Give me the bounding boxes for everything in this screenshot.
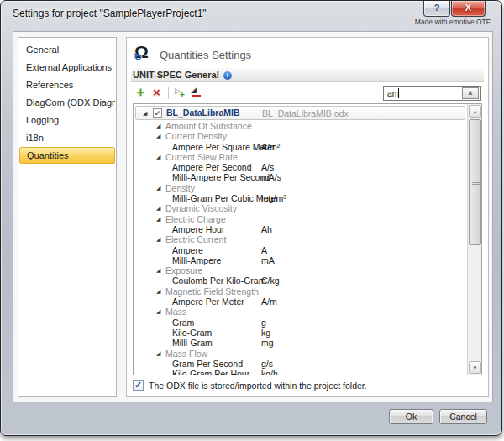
expander-icon[interactable]: ◢ [156, 350, 160, 357]
root-name: BL_DataLibraMIB [166, 108, 240, 118]
tree-unit-row[interactable]: Gram Per Secondg/s [134, 359, 467, 369]
category-label: Amount Of Substance [165, 121, 252, 131]
tree-unit-row[interactable]: Milli-AmperemA [134, 255, 467, 265]
category-label: Electric Charge [165, 214, 226, 224]
unit-symbol: mA [261, 255, 275, 265]
remove-unit-icon[interactable]: ◢ [188, 86, 204, 101]
window-title: Settings for project "SamplePlayerProjec… [13, 8, 207, 19]
tree-category-row[interactable]: ◢Magnetic Field Strength [134, 286, 467, 297]
sidebar-item-external-applications[interactable]: External Applications [19, 59, 115, 76]
tree-category-row[interactable]: ◢Mass Flow [134, 349, 467, 359]
unit-symbol: g [261, 318, 266, 328]
expander-icon[interactable]: ◢ [156, 123, 160, 129]
category-label: Mass [165, 307, 186, 317]
tree-unit-row[interactable]: Milli-Gram Per Cubic Metermg/m³ [134, 193, 467, 203]
unit-name: Ampere Per Square Meter [172, 142, 276, 152]
unit-tree-rows: ◢Amount Of Substance◢Current DensityAmpe… [134, 121, 467, 375]
unit-name: Ampere Hour [172, 224, 224, 234]
text-caret [398, 88, 399, 98]
mini-minus-icon [192, 95, 201, 97]
add-unit-icon[interactable]: ▷ + [172, 86, 188, 101]
info-icon[interactable]: i [223, 71, 232, 80]
sidebar-item-quantities[interactable]: Quantities [19, 147, 115, 164]
clear-search-button[interactable]: × [462, 87, 479, 99]
expander-icon[interactable]: ◢ [156, 133, 160, 139]
unit-symbol: A/s [261, 162, 274, 172]
root-file-name: BL_DataLibraMIB.odx [262, 108, 349, 118]
cancel-button[interactable]: Cancel [439, 409, 487, 424]
expander-icon[interactable]: ◢ [156, 185, 160, 192]
sidebar-item-logging[interactable]: Logging [19, 112, 115, 129]
tree-category-row[interactable]: ◢Density [134, 183, 467, 193]
unit-name: Kilo-Gram Per Hour [172, 369, 249, 375]
scroll-down-icon[interactable]: ▼ [469, 361, 481, 374]
tree-unit-row[interactable]: Kilo-Gram Per Hourkg/h [134, 369, 467, 375]
tree-category-row[interactable]: ◢Electric Current [134, 234, 467, 244]
tree-unit-row[interactable]: Gramg [134, 318, 467, 328]
expander-icon[interactable]: ◢ [156, 288, 160, 295]
tree-unit-row[interactable]: Kilo-Gramkg [134, 328, 467, 338]
sidebar-item-general[interactable]: General [19, 41, 115, 59]
search-input[interactable]: am × [383, 86, 481, 101]
expander-icon[interactable]: ◢ [156, 216, 160, 223]
delete-quantity-icon[interactable]: × [149, 86, 165, 101]
settings-dialog: Settings for project "SamplePlayerProjec… [0, 0, 502, 436]
expander-icon[interactable]: ◢ [156, 267, 160, 274]
unit-spec-section-bar: UNIT-SPEC Generali [131, 68, 484, 82]
unit-symbol: kg/h [261, 369, 278, 375]
tree-category-row[interactable]: ◢Electric Charge [134, 214, 467, 224]
tree-category-row[interactable]: ◢Mass [134, 307, 467, 317]
scroll-up-icon[interactable]: ▲ [469, 105, 481, 118]
mini-plus-icon: + [180, 90, 185, 99]
close-button[interactable]: X [451, 1, 486, 17]
expander-icon[interactable]: ◢ [143, 110, 147, 117]
root-checkbox[interactable]: ✓ [153, 108, 162, 118]
category-label: Current Density [165, 131, 227, 141]
sidebar-item-diagcom-odx-diagnostic-data[interactable]: DiagCom (ODX Diagnostic Data) [19, 94, 115, 112]
category-label: Dynamic Viscosity [165, 203, 237, 213]
help-button[interactable]: ? [423, 1, 450, 17]
toolbar-separator [168, 87, 169, 99]
tree-unit-row[interactable]: Ampere HourAh [134, 224, 467, 234]
tree-unit-row[interactable]: Coulomb Per Kilo-GramC/kg [134, 276, 467, 286]
tree-category-row[interactable]: ◢Current Density [134, 131, 467, 141]
ok-button[interactable]: Ok [389, 409, 433, 424]
unit-name: Kilo-Gram [172, 328, 212, 338]
tree-unit-row[interactable]: Milli-Ampere Per SecondmA/s [134, 172, 467, 182]
unit-name: Ampere Per Second [172, 162, 252, 172]
tree-category-row[interactable]: ◢Current Slew Rate [134, 152, 467, 162]
scrollbar-thumb[interactable] [469, 119, 481, 245]
tree-unit-row[interactable]: Ampere Per SecondA/s [134, 162, 467, 172]
tree-unit-row[interactable]: Milli-Grammg [134, 338, 467, 348]
tree-unit-row[interactable]: Ampere Per MeterA/m [134, 297, 467, 307]
unit-name: Ampere Per Meter [172, 297, 244, 307]
expander-icon[interactable]: ◢ [156, 236, 160, 243]
tree-unit-row[interactable]: Ampere Per Square MeterA/m² [134, 142, 467, 152]
section-label: UNIT-SPEC General [133, 70, 219, 80]
expander-icon[interactable]: ◢ [156, 308, 160, 315]
add-quantity-icon[interactable]: + [133, 86, 149, 101]
unit-name: Ampere [172, 245, 203, 255]
vertical-scrollbar[interactable]: ▲ ▼ [467, 104, 481, 375]
emotive-otf-badge: Made with emotive OTF [415, 18, 491, 26]
category-label: Mass Flow [165, 349, 207, 359]
sidebar-item-references[interactable]: References [19, 76, 115, 94]
unit-name: Milli-Ampere Per Second [172, 172, 270, 182]
triangle-solid-icon: ◢ [191, 86, 197, 94]
unit-symbol: mg [261, 338, 274, 348]
expander-icon[interactable]: ◢ [156, 154, 160, 160]
odx-stored-checkbox[interactable]: ✓ [133, 380, 144, 391]
expander-icon[interactable]: ◢ [156, 205, 160, 212]
category-label: Exposure [165, 265, 202, 276]
tree-category-row[interactable]: ◢Dynamic Viscosity [134, 203, 467, 213]
tree-root-row[interactable]: ◢ ✓ BL_DataLibraMIB BL_DataLibraMIB.odx [135, 106, 465, 120]
unit-name: Gram Per Second [172, 359, 243, 369]
tree-category-row[interactable]: ◢Amount Of Substance [134, 121, 467, 131]
tree-unit-row[interactable]: AmpereA [134, 245, 467, 255]
sidebar-list: GeneralExternal ApplicationsReferencesDi… [18, 37, 117, 397]
category-label: Density [165, 183, 195, 193]
unit-symbol: C/kg [261, 276, 280, 286]
sidebar-item-i18n[interactable]: i18n [19, 129, 115, 147]
unit-name: Milli-Gram [172, 338, 213, 348]
tree-category-row[interactable]: ◢Exposure [134, 265, 467, 276]
